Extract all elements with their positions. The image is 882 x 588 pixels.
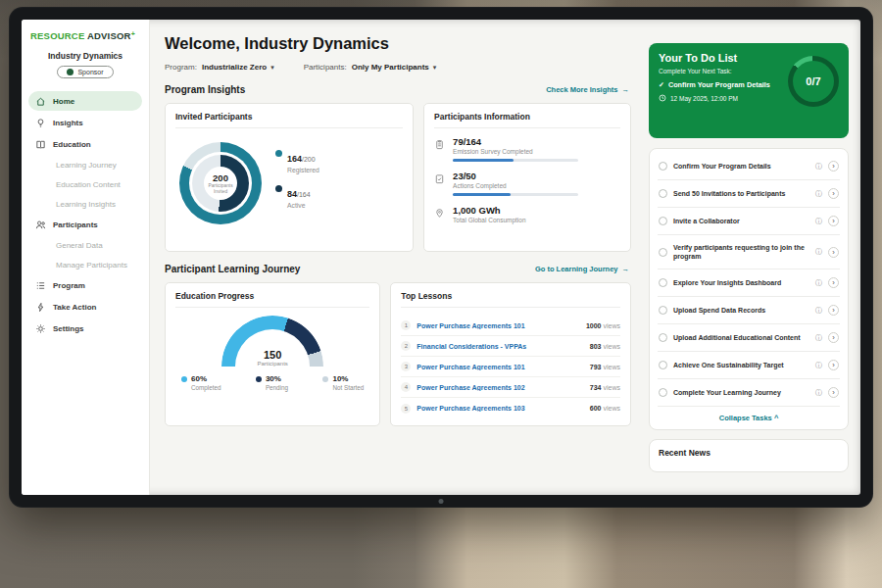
sidebar-item-education-content[interactable]: Education Content	[28, 175, 142, 193]
info-icon[interactable]: ⓘ	[815, 306, 822, 316]
sidebar-item-label: Learning Insights	[56, 200, 116, 209]
task-checkbox[interactable]	[659, 278, 667, 287]
sidebar-item-learning-journey[interactable]: Learning Journey	[28, 156, 142, 173]
lesson-views-unit: views	[603, 322, 620, 329]
checklist-icon	[434, 171, 445, 188]
list-icon	[35, 280, 46, 291]
legend-dot	[181, 376, 187, 382]
task-label: Upload Spend Data Records	[673, 306, 809, 315]
stat-label: Total Global Consumption	[453, 217, 525, 223]
chevron-down-icon: ▾	[270, 64, 274, 72]
stat-label: Emission Survey Completed	[453, 148, 578, 155]
sidebar-item-learning-insights[interactable]: Learning Insights	[28, 195, 142, 213]
task-row[interactable]: Confirm Your Program Details ⓘ ›	[658, 153, 840, 180]
check-more-insights-link[interactable]: Check More Insights →	[546, 85, 629, 94]
sidebar-item-insights[interactable]: Insights	[28, 113, 142, 132]
lesson-link[interactable]: Financial Considerations - VPPAs	[416, 343, 583, 350]
task-checkbox[interactable]	[659, 361, 667, 369]
chevron-right-icon[interactable]: ›	[828, 188, 839, 199]
stat-value: 23/50	[453, 171, 578, 181]
info-icon[interactable]: ⓘ	[815, 278, 822, 288]
legend-dot	[256, 376, 262, 382]
info-icon[interactable]: ⓘ	[815, 361, 822, 370]
task-checkbox[interactable]	[659, 333, 667, 342]
task-row[interactable]: Invite a Collaborator ⓘ ›	[658, 208, 840, 235]
chevron-right-icon[interactable]: ›	[828, 216, 839, 226]
sidebar-item-label: Settings	[53, 324, 84, 333]
book-icon	[35, 139, 46, 150]
card-title: Education Progress	[175, 291, 369, 308]
todo-progress-value: 0/7	[793, 61, 834, 102]
monitor: RESOURCE ADVISOR+ Industry Dynamics Spon…	[9, 7, 873, 508]
lesson-views-unit: views	[603, 405, 620, 412]
info-icon[interactable]: ⓘ	[815, 162, 822, 172]
lesson-link[interactable]: Power Purchase Agreements 101	[416, 364, 583, 370]
task-checkbox[interactable]	[659, 248, 667, 257]
sidebar-item-manage-participants[interactable]: Manage Participants	[28, 256, 142, 273]
chevron-right-icon[interactable]: ›	[828, 305, 839, 316]
task-row[interactable]: Send 50 Invitations to Participants ⓘ ›	[658, 180, 840, 208]
legend-value: 30%	[266, 374, 281, 383]
lesson-link[interactable]: Power Purchase Agreements 101	[416, 322, 580, 329]
sidebar-item-education[interactable]: Education	[28, 134, 142, 154]
task-row[interactable]: Achieve One Sustainability Target ⓘ ›	[658, 352, 840, 379]
background: RESOURCE ADVISOR+ Industry Dynamics Spon…	[0, 0, 882, 588]
sidebar-item-home[interactable]: Home	[28, 91, 142, 111]
chevron-right-icon[interactable]: ›	[828, 332, 839, 343]
donut-legend: 164/200 Registered 84/164 Active	[275, 148, 319, 219]
clock-icon	[659, 94, 666, 103]
sidebar-item-take-action[interactable]: Take Action	[28, 297, 142, 317]
task-row[interactable]: Explore Your Insights Dashboard ⓘ ›	[658, 270, 840, 297]
card-title: Participants Information	[434, 112, 620, 128]
invited-participants-card: Invited Participants 200 Participants In…	[165, 103, 414, 252]
legend-total: /200	[302, 156, 316, 163]
chevron-right-icon[interactable]: ›	[828, 277, 839, 288]
sidebar-item-general-data[interactable]: General Data	[28, 236, 142, 254]
task-row[interactable]: Upload Spend Data Records ⓘ ›	[658, 297, 840, 324]
people-icon	[35, 220, 46, 230]
sidebar: RESOURCE ADVISOR+ Industry Dynamics Spon…	[22, 20, 150, 495]
task-checkbox[interactable]	[659, 162, 667, 171]
task-row[interactable]: Complete Your Learning Journey ⓘ ›	[658, 379, 840, 407]
task-checkbox[interactable]	[659, 306, 667, 315]
gauge-value: 150	[221, 349, 323, 361]
info-icon[interactable]: ⓘ	[815, 247, 822, 257]
participants-filter[interactable]: Participants: Only My Participants ▾	[304, 63, 437, 72]
go-to-learning-journey-link[interactable]: Go to Learning Journey →	[535, 265, 629, 273]
sidebar-item-settings[interactable]: Settings	[28, 318, 142, 338]
home-icon	[35, 96, 46, 107]
task-label: Invite a Collaborator	[673, 217, 809, 225]
legend-label: Registered	[287, 167, 319, 173]
legend-label: Pending	[266, 384, 288, 391]
chevron-right-icon[interactable]: ›	[828, 247, 839, 258]
task-label: Confirm Your Program Details	[673, 162, 809, 171]
info-icon[interactable]: ⓘ	[815, 333, 822, 343]
info-icon[interactable]: ⓘ	[815, 388, 822, 398]
chevron-right-icon[interactable]: ›	[828, 360, 839, 370]
lesson-link[interactable]: Power Purchase Agreements 103	[416, 405, 583, 412]
chevron-right-icon[interactable]: ›	[828, 387, 839, 398]
education-progress-card: Education Progress 150 Participants	[165, 282, 380, 426]
collapse-tasks-link[interactable]: Collapse Tasks ^	[658, 407, 840, 427]
sidebar-item-program[interactable]: Program	[28, 275, 142, 295]
task-checkbox[interactable]	[659, 189, 667, 198]
task-checkbox[interactable]	[659, 388, 667, 397]
program-filter[interactable]: Program: Industrialize Zero ▾	[165, 63, 274, 72]
task-row[interactable]: Verify participants requesting to join t…	[658, 235, 840, 270]
info-icon[interactable]: ⓘ	[815, 217, 822, 226]
logo-text-resource: RESOURCE	[30, 30, 84, 41]
sidebar-item-label: Participants	[53, 220, 98, 229]
task-row[interactable]: Upload Additional Educational Content ⓘ …	[658, 324, 840, 352]
task-checkbox[interactable]	[659, 217, 667, 225]
todo-progress-ring: 0/7	[788, 56, 839, 107]
todo-due-label: 12 May 2025, 12:00 PM	[670, 95, 738, 102]
power-led	[439, 499, 444, 504]
clipboard-icon	[434, 136, 445, 154]
lesson-link[interactable]: Power Purchase Agreements 102	[416, 384, 583, 391]
info-icon[interactable]: ⓘ	[815, 189, 822, 199]
donut-center: 200 Participants Invited	[204, 167, 237, 200]
chevron-right-icon[interactable]: ›	[828, 161, 839, 172]
chevron-down-icon: ▾	[433, 64, 437, 72]
sidebar-item-participants[interactable]: Participants	[28, 215, 142, 234]
gear-icon	[35, 323, 46, 334]
